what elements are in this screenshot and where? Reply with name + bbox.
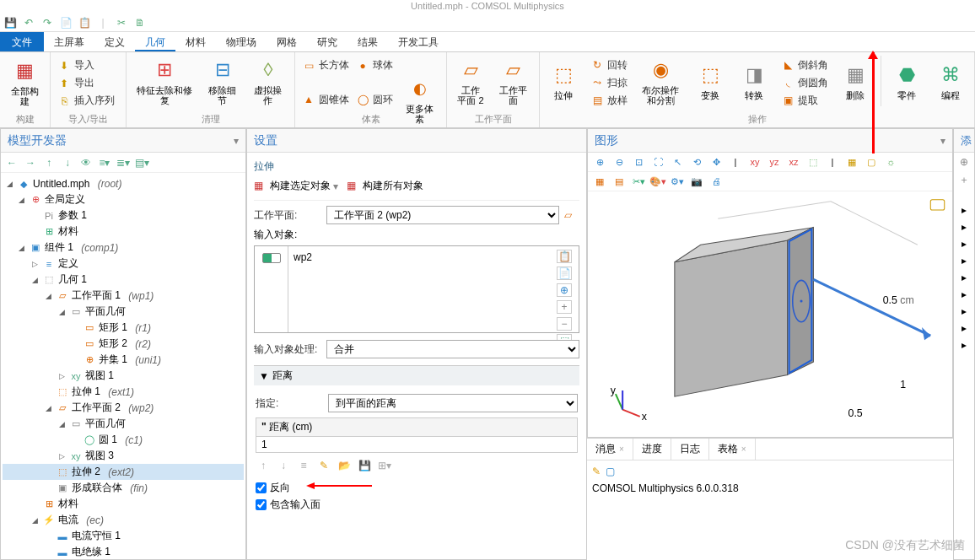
build-all-button[interactable]: ▦ 全部构建 — [5, 54, 45, 110]
window-icon[interactable]: ▢ — [606, 466, 615, 477]
distance-section-header[interactable]: ▼距离 — [254, 366, 579, 385]
snapshot-icon[interactable]: 📷 — [688, 174, 705, 189]
msg-tab-progress[interactable]: 进度 — [633, 439, 671, 460]
undo-icon[interactable]: ↶ — [22, 16, 35, 30]
model-tree[interactable]: ◢◆Untitled.mph (root) ◢⊕全局定义 Pi参数 1 ⊞材料 … — [1, 173, 245, 559]
reverse-checkbox[interactable] — [256, 482, 267, 493]
zoom-out-icon[interactable]: ⊖ — [611, 154, 628, 170]
filter-icon[interactable]: ▤▾ — [134, 155, 149, 170]
workplane2-button[interactable]: ▱工作 平面 2 — [452, 53, 489, 109]
process-select[interactable]: 合并 — [326, 340, 579, 358]
graphics-canvas[interactable]: x y 0.5 cm 1 0.5 — [588, 191, 952, 437]
fillet-button[interactable]: ◟倒圆角 — [779, 75, 830, 91]
row-icon[interactable]: ▸ — [962, 305, 967, 317]
boolean-button[interactable]: ◉布尔操作和分割 — [636, 53, 685, 109]
panel-menu-icon[interactable]: ▾ — [940, 135, 945, 147]
tab-physics[interactable]: 物理场 — [216, 32, 267, 51]
insert-seq-button[interactable]: ⎘插入序列 — [56, 93, 121, 109]
more2-icon[interactable]: ⊞▾ — [377, 458, 392, 473]
convert-button[interactable]: ◨转换 — [735, 58, 773, 104]
repair-button[interactable]: ⊞特征去除和修复 — [132, 53, 198, 109]
plus-icon[interactable]: ＋ — [959, 173, 969, 187]
movedown-icon[interactable]: ↓ — [276, 458, 291, 473]
redo-icon[interactable]: ↷ — [40, 16, 54, 30]
export-button[interactable]: ⬆导出 — [56, 75, 121, 91]
build-selected-button[interactable]: ▦构建选定对象▾ — [254, 179, 338, 193]
print-icon[interactable]: 🖨 — [708, 174, 725, 189]
zoom-box-icon[interactable]: ⊡ — [630, 154, 647, 170]
input-objects-list[interactable]: wp2 📋 📄 ⊕ + − ⬚ — [254, 245, 579, 333]
expand-icon[interactable]: ≣▾ — [116, 155, 131, 170]
msg-tab-table[interactable]: 表格× — [709, 439, 756, 460]
paste-icon[interactable]: 📄 — [557, 267, 572, 280]
revolve-button[interactable]: ↻回转 — [589, 57, 629, 73]
row-icon[interactable]: ▸ — [962, 272, 967, 283]
zoom-ext-icon[interactable]: ⛶ — [649, 154, 666, 170]
save2-icon[interactable]: 💾 — [357, 458, 372, 473]
fwd-icon[interactable]: → — [23, 155, 38, 170]
delete-button[interactable]: ▦删除 — [837, 58, 874, 104]
tab-geometry[interactable]: 几何 — [135, 32, 175, 51]
yz-icon[interactable]: yz — [766, 154, 783, 170]
axes-icon[interactable]: ▤ — [611, 174, 628, 189]
clear-icon[interactable]: ✎ — [316, 458, 331, 473]
msg-tab-messages[interactable]: 消息× — [587, 439, 633, 460]
close-icon[interactable]: × — [741, 444, 746, 454]
build-all-button2[interactable]: ▦构建所有对象 — [347, 179, 423, 193]
wire-icon[interactable]: ▢ — [863, 154, 880, 170]
tab-home[interactable]: 主屏幕 — [44, 32, 94, 51]
program-button[interactable]: ⌘编程 — [932, 58, 969, 104]
toggle-icon[interactable] — [262, 253, 281, 263]
msg-tab-log[interactable]: 日志 — [671, 439, 709, 460]
paint-icon[interactable]: 🎨▾ — [649, 174, 666, 189]
sphere-button[interactable]: ●球体 — [354, 57, 395, 73]
zoom-icon[interactable]: ⊕ — [557, 283, 572, 297]
cuboid-button[interactable]: ▭长方体 — [300, 57, 351, 73]
cut-icon[interactable]: ✂ — [115, 16, 128, 30]
copy-icon[interactable]: 📋 — [557, 250, 572, 263]
workplane-button[interactable]: ▱工作平面 — [493, 53, 534, 109]
row-icon[interactable]: ▸ — [962, 238, 967, 250]
remove-icon[interactable]: − — [557, 317, 572, 331]
sel-icon[interactable]: ↖ — [669, 154, 686, 170]
clip-icon[interactable]: ✂▾ — [630, 174, 647, 189]
list-icon[interactable]: ≡ — [296, 458, 311, 473]
file-tab[interactable]: 文件 — [0, 32, 44, 51]
goto-wp-icon[interactable]: ▱ — [564, 209, 579, 221]
copy-icon[interactable]: 📄 — [59, 16, 73, 30]
row-icon[interactable]: ▸ — [962, 288, 967, 300]
light-icon[interactable]: ☼ — [882, 154, 899, 170]
parts-button[interactable]: ⬣零件 — [888, 58, 925, 104]
down-icon[interactable]: ↓ — [60, 155, 75, 170]
row-icon[interactable]: ▸ — [962, 204, 967, 216]
add-icon[interactable]: + — [557, 300, 572, 314]
tab-study[interactable]: 研究 — [307, 32, 347, 51]
grid-icon[interactable]: ▦ — [591, 174, 608, 189]
moveup-icon[interactable]: ↑ — [256, 458, 271, 473]
wp-select[interactable]: 工作平面 2 (wp2) — [326, 206, 559, 224]
transform-button[interactable]: ⬚变换 — [692, 58, 729, 104]
cone-button[interactable]: ▲圆锥体 — [300, 92, 351, 108]
specify-select[interactable]: 到平面的距离 — [328, 394, 578, 412]
torus-button[interactable]: ◯圆环 — [354, 92, 395, 108]
row-icon[interactable]: ▸ — [962, 339, 967, 351]
virtual-ops-button[interactable]: ◊虚拟操作 — [247, 53, 289, 109]
dist-value-cell[interactable]: 1 — [256, 437, 578, 453]
show-icon[interactable]: 👁 — [78, 155, 94, 170]
tab-materials[interactable]: 材料 — [175, 32, 216, 51]
sweep-button[interactable]: ⤳扫掠 — [589, 75, 629, 91]
globe-icon[interactable]: ⊕ — [960, 156, 968, 168]
tab-devtools[interactable]: 开发工具 — [388, 32, 449, 51]
open-icon[interactable]: 📂 — [337, 458, 352, 473]
loft-button[interactable]: ▤放样 — [589, 93, 629, 109]
doc-icon[interactable]: 🗎 — [133, 16, 147, 30]
tab-definitions[interactable]: 定义 — [94, 32, 135, 51]
brush-icon[interactable]: ✎ — [592, 466, 601, 477]
pan-icon[interactable]: ✥ — [708, 154, 725, 170]
row-icon[interactable]: ▸ — [962, 221, 967, 233]
paste-icon[interactable]: 📋 — [78, 16, 91, 30]
tree-ext2[interactable]: ⬚拉伸 2 (ext2) — [3, 464, 244, 480]
xy-icon[interactable]: xy — [746, 154, 763, 170]
iso-icon[interactable]: ⬚ — [805, 154, 821, 170]
tab-mesh[interactable]: 网格 — [267, 32, 307, 51]
